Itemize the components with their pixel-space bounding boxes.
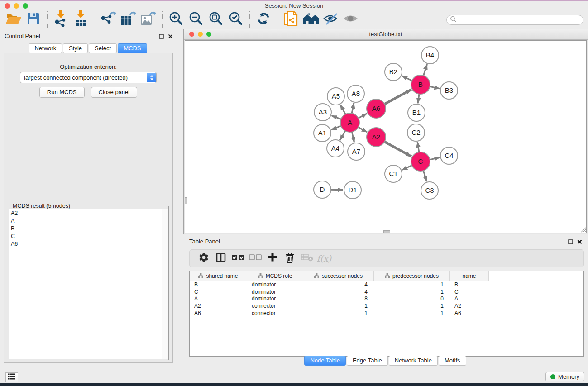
column-header-MCDS-role[interactable]: MCDS role bbox=[247, 271, 303, 281]
copy-network-document-button[interactable] bbox=[281, 11, 301, 28]
node-B[interactable]: B bbox=[411, 75, 430, 94]
node-C1[interactable]: C1 bbox=[385, 165, 402, 182]
show-columns-checked-button[interactable] bbox=[229, 250, 247, 267]
table-cell: dominator bbox=[247, 281, 303, 288]
column-header-successor-nodes[interactable]: successor nodes bbox=[303, 271, 374, 281]
canvas-vertical-scroll-thumb[interactable] bbox=[185, 197, 187, 204]
node-A8[interactable]: A8 bbox=[347, 85, 364, 102]
split-columns-button[interactable] bbox=[212, 250, 229, 267]
show-visibility-button[interactable] bbox=[341, 11, 361, 28]
open-file-button[interactable] bbox=[4, 11, 24, 28]
save-session-icon bbox=[27, 12, 40, 27]
hierarchy-icon bbox=[198, 273, 203, 279]
delete-column-trash-button[interactable] bbox=[281, 250, 298, 267]
table-tab-node-table[interactable]: Node Table bbox=[304, 356, 346, 366]
hide-visibility-button[interactable] bbox=[321, 11, 341, 28]
canvas-horizontal-scroll-thumb[interactable] bbox=[383, 230, 390, 233]
settings-gear-button[interactable] bbox=[195, 250, 212, 267]
criterion-dropdown[interactable]: largest connected component (directed) bbox=[20, 72, 157, 83]
result-list-scrollbar[interactable] bbox=[162, 209, 168, 359]
import-table-button[interactable] bbox=[71, 11, 91, 28]
node-A6[interactable]: A6 bbox=[367, 99, 386, 118]
home-views-button[interactable] bbox=[301, 11, 321, 28]
mcds-result-item[interactable]: A bbox=[9, 217, 162, 224]
mcds-result-item[interactable]: B bbox=[9, 224, 162, 232]
table-row[interactable]: A2connector11A2 bbox=[190, 302, 583, 310]
node-C2[interactable]: C2 bbox=[407, 124, 425, 141]
search-field[interactable] bbox=[446, 15, 583, 25]
export-network-button[interactable] bbox=[99, 11, 119, 28]
mcds-result-item[interactable]: A6 bbox=[9, 240, 162, 248]
export-table-button[interactable] bbox=[119, 11, 139, 28]
table-cell: A2 bbox=[190, 303, 247, 309]
close-panel-button[interactable]: Close panel bbox=[91, 87, 138, 98]
node-A5[interactable]: A5 bbox=[327, 88, 344, 105]
table-cell: dominator bbox=[247, 289, 303, 295]
node-label-C: C bbox=[418, 157, 423, 165]
table-tab-network-table[interactable]: Network Table bbox=[389, 356, 438, 366]
node-A[interactable]: A bbox=[340, 113, 359, 132]
zoom-out-icon bbox=[188, 10, 204, 29]
node-D1[interactable]: D1 bbox=[344, 181, 361, 199]
network-window-titlebar: testGlobe.txt bbox=[184, 29, 588, 40]
export-image-button[interactable] bbox=[139, 11, 158, 28]
hide-columns-unchecked-icon bbox=[249, 254, 262, 262]
zoom-out-button[interactable] bbox=[186, 11, 206, 28]
node-B2[interactable]: B2 bbox=[385, 63, 402, 81]
table-cell: 1 bbox=[374, 310, 450, 316]
node-label-A1: A1 bbox=[318, 129, 326, 137]
tab-network[interactable]: Network bbox=[29, 43, 62, 53]
node-A7[interactable]: A7 bbox=[348, 143, 365, 160]
column-header-name[interactable]: name bbox=[450, 271, 489, 281]
node-C[interactable]: C bbox=[411, 152, 430, 171]
table-row[interactable]: Adominator80A bbox=[190, 295, 583, 303]
node-label-A2: A2 bbox=[372, 133, 380, 141]
table-tab-edge-table[interactable]: Edge Table bbox=[347, 356, 388, 366]
zoom-in-button[interactable] bbox=[166, 11, 186, 28]
tab-mcds[interactable]: MCDS bbox=[118, 43, 147, 53]
run-mcds-button[interactable]: Run MCDS bbox=[39, 87, 85, 98]
table-row[interactable]: Bdominator41B bbox=[190, 281, 583, 288]
save-session-button[interactable] bbox=[24, 11, 43, 28]
node-A2[interactable]: A2 bbox=[367, 128, 386, 147]
import-network-button[interactable] bbox=[51, 11, 71, 28]
zoom-selected-button[interactable] bbox=[226, 11, 246, 28]
add-column-plus-icon bbox=[268, 253, 277, 264]
node-A1[interactable]: A1 bbox=[314, 124, 331, 142]
float-table-panel-icon[interactable] bbox=[568, 238, 573, 246]
node-A4[interactable]: A4 bbox=[327, 140, 344, 157]
control-panel-title: Control Panel bbox=[5, 33, 40, 39]
column-header-predecessor-nodes[interactable]: predecessor nodes bbox=[374, 271, 450, 281]
memory-button[interactable]: Memory bbox=[545, 372, 584, 381]
zoom-fit-button[interactable] bbox=[206, 11, 226, 28]
close-panel-icon[interactable] bbox=[168, 33, 173, 41]
node-B3[interactable]: B3 bbox=[440, 82, 458, 99]
network-canvas[interactable]: B4B2BB3B1C2A5A8A6A3AA1A4A7A2CC4C1C3DD1 bbox=[185, 40, 587, 233]
column-header-shared-name[interactable]: shared name bbox=[190, 271, 247, 281]
mcds-result-item[interactable]: A2 bbox=[9, 209, 162, 217]
close-table-panel-icon[interactable] bbox=[577, 238, 582, 246]
float-panel-icon[interactable] bbox=[159, 33, 164, 41]
node-B1[interactable]: B1 bbox=[408, 104, 425, 121]
resize-grip-icon[interactable] bbox=[580, 226, 586, 233]
node-D[interactable]: D bbox=[314, 181, 331, 198]
add-column-plus-button[interactable] bbox=[264, 250, 281, 267]
node-C4[interactable]: C4 bbox=[440, 147, 458, 164]
network-graph[interactable]: B4B2BB3B1C2A5A8A6A3AA1A4A7A2CC4C1C3DD1 bbox=[185, 41, 587, 234]
table-cell: dominator bbox=[247, 295, 303, 302]
table-cell: connector bbox=[247, 303, 303, 309]
hide-columns-unchecked-button[interactable] bbox=[247, 250, 264, 267]
table-row[interactable]: A6connector11A6 bbox=[190, 310, 583, 317]
node-B4[interactable]: B4 bbox=[421, 47, 439, 64]
table-panel-title: Table Panel bbox=[189, 238, 220, 245]
refresh-button[interactable] bbox=[253, 11, 273, 28]
tab-style[interactable]: Style bbox=[63, 43, 88, 53]
search-input[interactable] bbox=[458, 16, 583, 24]
table-row[interactable]: Cdominator41C bbox=[190, 288, 583, 295]
node-A3[interactable]: A3 bbox=[314, 104, 331, 121]
task-history-button[interactable] bbox=[5, 372, 18, 382]
table-tab-motifs[interactable]: Motifs bbox=[439, 356, 466, 366]
tab-select[interactable]: Select bbox=[89, 43, 117, 53]
node-C3[interactable]: C3 bbox=[421, 182, 438, 199]
mcds-result-item[interactable]: C bbox=[9, 232, 162, 240]
